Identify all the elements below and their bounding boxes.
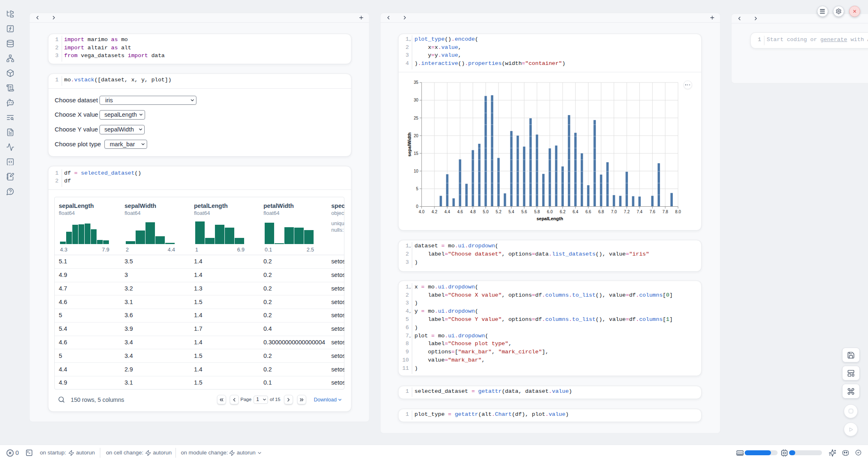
svg-text:7.6: 7.6 [649,210,655,214]
svg-text:6.4: 6.4 [573,210,578,214]
svg-text:5.8: 5.8 [534,210,540,214]
svg-text:6.6: 6.6 [585,210,591,214]
svg-text:5.0: 5.0 [483,210,489,214]
svg-text:5.4: 5.4 [508,210,514,214]
svg-text:4.0: 4.0 [419,210,425,214]
svg-text:7.8: 7.8 [663,210,668,214]
svg-text:5: 5 [416,187,418,191]
svg-text:6.2: 6.2 [560,210,566,214]
svg-text:10: 10 [414,169,419,173]
svg-text:4.4: 4.4 [444,210,450,214]
svg-text:35: 35 [414,80,419,85]
svg-text:25: 25 [414,116,419,120]
svg-text:sepalLength: sepalLength [536,216,563,221]
svg-text:0: 0 [416,204,418,209]
svg-text:20: 20 [414,134,419,138]
svg-text:5.6: 5.6 [521,210,527,214]
svg-text:15: 15 [414,151,419,156]
svg-text:8.0: 8.0 [675,210,681,214]
svg-text:4.8: 4.8 [470,210,476,214]
svg-text:7.4: 7.4 [637,210,642,214]
svg-text:30: 30 [414,98,419,102]
svg-text:6.0: 6.0 [547,210,553,214]
svg-text:7.0: 7.0 [611,210,617,214]
svg-text:4.6: 4.6 [457,210,463,214]
svg-text:5.2: 5.2 [496,210,501,214]
svg-text:7.2: 7.2 [624,210,630,214]
svg-text:4.2: 4.2 [432,210,437,214]
svg-text:sepalWidth: sepalWidth [407,132,412,157]
svg-text:6.8: 6.8 [598,210,604,214]
